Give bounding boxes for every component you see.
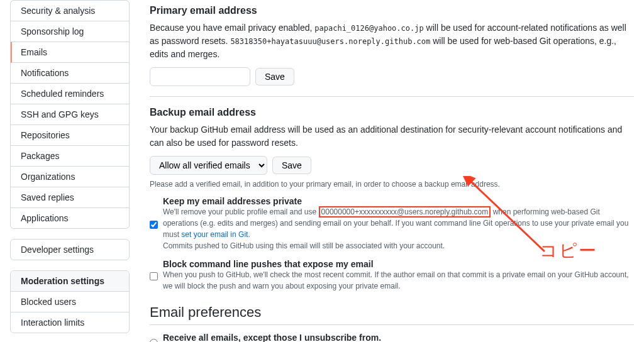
sidebar-item-repositories[interactable]: Repositories [11,125,129,146]
keep-private-desc: We'll remove your public profile email a… [163,206,634,240]
sidebar-header-moderation: Moderation settings [11,271,129,292]
sidebar-item-applications[interactable]: Applications [11,208,129,228]
backup-email-section: Backup email address Your backup GitHub … [150,107,634,191]
primary-email-desc: Because you have email privacy enabled, … [150,21,634,61]
sidebar-item-blocked-users[interactable]: Blocked users [11,292,129,312]
sidebar-item-saved-replies[interactable]: Saved replies [11,187,129,208]
sidebar-item-interaction-limits[interactable]: Interaction limits [11,312,129,333]
backup-email-select[interactable]: Allow all verified emails [150,156,267,175]
backup-email-note: Please add a verified email, in addition… [150,180,634,189]
pref-opt-all-title: Receive all emails, except those I unsub… [163,333,519,342]
block-pushes-block: Block command line pushes that expose my… [150,259,634,292]
sidebar-item-notifications[interactable]: Notifications [11,63,129,84]
primary-email-value: papachi_0126@yahoo.co.jp [314,24,423,33]
sidebar-nav-main: Security & analysis Sponsorship log Emai… [10,0,130,229]
sidebar-item-scheduled-reminders[interactable]: Scheduled reminders [11,84,129,104]
masked-noreply-email: 00000000+xxxxxxxxxx@users.noreply.github… [319,206,491,218]
sidebar-item-packages[interactable]: Packages [11,146,129,167]
sidebar-nav-moderation: Moderation settings Blocked users Intera… [10,270,130,333]
backup-email-desc: Your backup GitHub email address will be… [150,123,634,150]
sidebar-item-ssh-gpg-keys[interactable]: SSH and GPG keys [11,104,129,125]
set-email-in-git-link[interactable]: set your email in Git [181,230,248,239]
block-pushes-desc: When you push to GitHub, we'll check the… [163,269,634,292]
sidebar-item-organizations[interactable]: Organizations [11,167,129,187]
primary-email-title: Primary email address [150,5,634,16]
keep-private-title: Keep my email addresses private [163,196,634,206]
sidebar-item-developer-settings[interactable]: Developer settings [11,240,129,260]
keep-private-checkbox[interactable] [150,198,158,251]
noreply-email-value: 58318350+hayatasuuu@users.noreply.github… [230,37,430,46]
primary-email-input[interactable] [150,67,250,86]
sidebar-item-sponsorship-log[interactable]: Sponsorship log [11,21,129,42]
annotation-copy-label: コピー [540,239,597,263]
sidebar-item-emails[interactable]: Emails [11,42,129,63]
primary-email-section: Primary email address Because you have e… [150,5,634,97]
backup-email-save-button[interactable]: Save [272,157,311,174]
pref-radio-all[interactable] [150,334,158,342]
pref-opt-all: Receive all emails, except those I unsub… [150,333,634,342]
sidebar-nav-dev: Developer settings [10,239,130,260]
backup-email-title: Backup email address [150,107,634,118]
block-pushes-checkbox[interactable] [150,261,158,292]
email-preferences-title: Email preferences [150,304,634,325]
primary-email-save-button[interactable]: Save [255,68,294,86]
sidebar-item-security-analysis[interactable]: Security & analysis [11,1,129,21]
